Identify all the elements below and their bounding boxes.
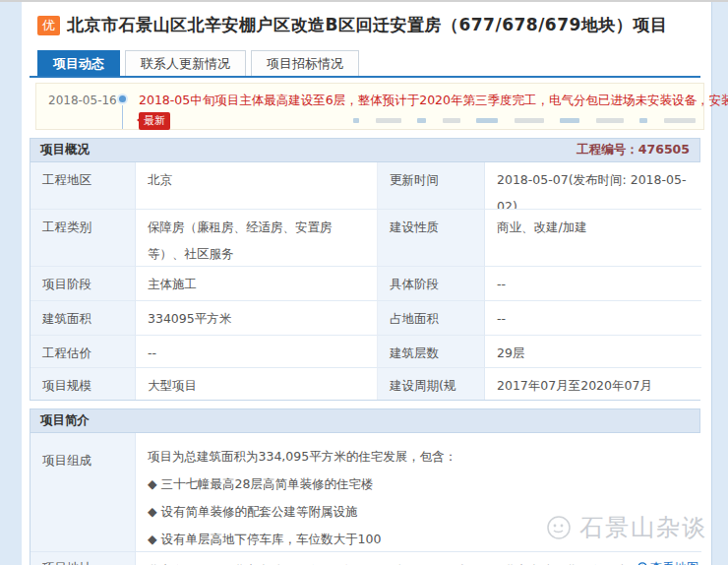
- tab-bidding-info[interactable]: 项目招标情况: [251, 50, 359, 76]
- field-value: --: [485, 300, 701, 335]
- field-label: 建设周期(规划): [378, 367, 485, 400]
- overview-grid: 工程地区 北京 更新时间 2018-05-07(发布时间: 2018-05-02…: [30, 162, 699, 400]
- field-label: 占地面积: [378, 300, 485, 335]
- news-box: 2018-05-16 2018-05中旬项目主体最高建设至6层，整体预计于202…: [35, 83, 704, 130]
- composition-item: ◆ 设有简单装修的配套公建等附属设施: [148, 500, 690, 524]
- field-value: --: [485, 266, 701, 300]
- field-label: 工程地区: [30, 162, 136, 209]
- composition-intro: 项目为总建筑面积为334,095平方米的住宅发展，包含：: [148, 445, 690, 469]
- field-label: 工程估价: [30, 335, 136, 367]
- field-label: 项目规模: [30, 367, 136, 400]
- tab-project-updates[interactable]: 项目动态: [37, 50, 120, 76]
- map-pin-icon: [637, 562, 647, 565]
- clipped-icons-row: [353, 118, 696, 126]
- brief-table: 项目简介 项目组成 项目为总建筑面积为334,095平方米的住宅发展，包含： ◆…: [30, 408, 700, 565]
- news-text: 2018-05中旬项目主体最高建设至6层，整体预计于2020年第三季度完工，电气…: [139, 93, 728, 108]
- composition-item: ◆ 三十七幢最高28层高简单装修的住宅楼: [148, 472, 690, 496]
- field-value: 北京: [136, 162, 378, 209]
- left-margin-strip: [0, 2, 22, 565]
- field-label: 建筑层数: [378, 335, 485, 367]
- view-map-label: 查看地图: [650, 556, 699, 565]
- project-number: 工程编号：476505: [576, 142, 690, 158]
- new-badge: 最新: [139, 112, 170, 130]
- field-value: 2018-05-07(发布时间: 2018-05-02): [485, 162, 701, 209]
- title-row: 优 北京市石景山区北辛安棚户区改造B区回迁安置房（677/678/679地块）项…: [30, 14, 700, 36]
- overview-title: 项目概况: [40, 142, 90, 158]
- field-value: --: [136, 335, 378, 367]
- field-value: 29层: [485, 335, 701, 367]
- address-label: 项目地址: [30, 551, 136, 565]
- content-area: 优 北京市石景山区北辛安棚户区改造B区回迁安置房（677/678/679地块）项…: [22, 2, 711, 565]
- project-number-label: 工程编号：: [576, 142, 638, 157]
- brief-title: 项目简介: [40, 412, 90, 429]
- tab-contact-updates[interactable]: 联系人更新情况: [125, 50, 246, 76]
- tab-bar: 项目动态 联系人更新情况 项目招标情况: [30, 50, 700, 78]
- address-value: 北京市石景山区北辛安地区，东至特钢厂区，南至石景山路，西至北辛安路，北至阜石路查…: [136, 551, 701, 565]
- field-label: 具体阶段: [378, 266, 485, 300]
- field-label: 项目阶段: [30, 266, 136, 300]
- composition-item: ◆ 设有单层高地下停车库，车位数大于100: [148, 528, 690, 551]
- field-value: 334095平方米: [136, 300, 378, 335]
- composition-value: 项目为总建筑面积为334,095平方米的住宅发展，包含： ◆ 三十七幢最高28层…: [136, 433, 701, 551]
- project-detail-page: 优 北京市石景山区北辛安棚户区改造B区回迁安置房（677/678/679地块）项…: [0, 0, 728, 565]
- right-margin-strip: [711, 2, 728, 565]
- field-value: 大型项目: [136, 367, 378, 400]
- overview-table-header: 项目概况 工程编号：476505: [30, 139, 699, 162]
- field-label: 建设性质: [378, 209, 485, 266]
- field-label: 更新时间: [378, 162, 485, 209]
- page-title: 北京市石景山区北辛安棚户区改造B区回迁安置房（677/678/679地块）项目: [67, 14, 667, 36]
- field-value: 主体施工: [136, 266, 378, 300]
- brief-grid: 项目组成 项目为总建筑面积为334,095平方米的住宅发展，包含： ◆ 三十七幢…: [30, 433, 699, 565]
- composition-label: 项目组成: [30, 433, 136, 551]
- timeline-dot-icon: [119, 95, 139, 102]
- field-value: 保障房（廉租房、经适房、安置房等）、社区服务: [136, 209, 378, 266]
- view-map-link[interactable]: 查看地图: [637, 556, 699, 565]
- overview-table: 项目概况 工程编号：476505 工程地区 北京 更新时间 2018-05-07…: [30, 138, 700, 401]
- field-label: 工程类别: [30, 209, 136, 266]
- news-date: 2018-05-16: [48, 94, 119, 107]
- field-value: 商业、改建/加建: [485, 209, 701, 266]
- field-label: 建筑面积: [30, 300, 136, 335]
- quality-badge: 优: [37, 16, 60, 35]
- brief-table-header: 项目简介: [30, 409, 699, 433]
- field-value: 2017年07月至2020年07月: [485, 367, 701, 400]
- project-number-value: 476505: [638, 142, 690, 157]
